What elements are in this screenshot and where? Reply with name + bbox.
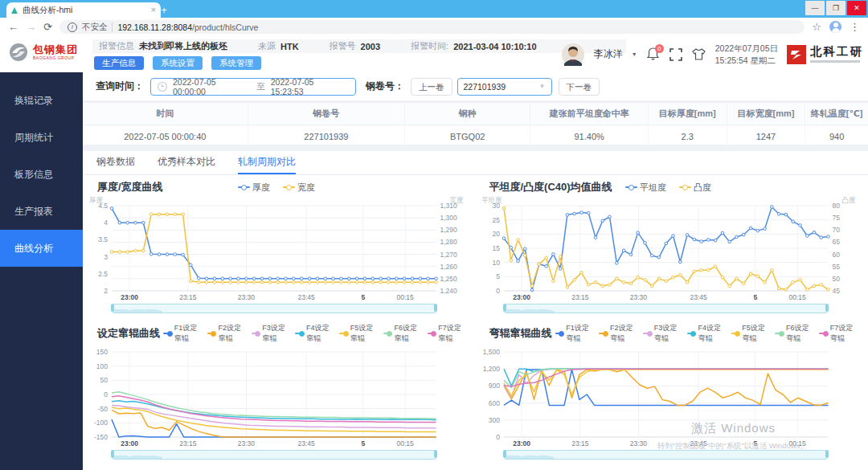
- thickness-width-plot[interactable]: 23:0023:1523:3023:45500:154.543.532.521,…: [88, 196, 465, 302]
- alarm-info-label: 报警信息: [99, 40, 134, 52]
- date-range-input[interactable]: 2022-07-05 00:00:00 至 2022-07-05 15:23:5…: [150, 78, 356, 96]
- logo-cn: 包钢集团: [33, 44, 78, 55]
- sidebar-item-roll-change-record[interactable]: 换辊记录: [0, 82, 83, 119]
- theme-shirt-icon[interactable]: [691, 47, 706, 61]
- cell-steel-grade: BTGQ02: [405, 125, 530, 148]
- series-line: [112, 410, 436, 437]
- roll-bending-plot[interactable]: 23:0023:1523:3023:45500:151,5001,2009006…: [480, 342, 858, 448]
- prev-coil-button[interactable]: 上一卷: [411, 78, 452, 96]
- svg-text:23:30: 23:30: [629, 439, 647, 448]
- svg-text:25: 25: [492, 216, 500, 224]
- svg-text:300: 300: [488, 416, 499, 424]
- datazoom-slider[interactable]: [112, 304, 436, 313]
- tab-excellent-sample-compare[interactable]: 优秀样本对比: [158, 151, 215, 174]
- table-row[interactable]: 2022-07-05 00:00:40 227101939 BTGQ02 91.…: [83, 125, 868, 148]
- svg-text:厚度: 厚度: [89, 196, 103, 204]
- user-caret-icon[interactable]: ▼: [632, 51, 637, 57]
- col-target-width: 目标宽度[mm]: [727, 103, 805, 125]
- legend-item[interactable]: F6设定窜辊: [383, 323, 421, 344]
- notification-bell[interactable]: 0: [646, 47, 661, 63]
- back-icon[interactable]: ←: [8, 22, 18, 32]
- legend-item[interactable]: F3设定窜辊: [252, 323, 289, 344]
- window-minimize-button[interactable]: —: [805, 1, 825, 15]
- beike-logo: 北科工研: [787, 45, 863, 64]
- legend-item[interactable]: F6设定弯辊: [775, 323, 813, 344]
- cell-target-thickness: 2.3: [648, 125, 727, 148]
- site-info-icon[interactable]: i: [68, 22, 77, 32]
- legend-item[interactable]: F4设定弯辊: [687, 323, 725, 344]
- date-range-separator: 至: [256, 81, 265, 92]
- baogang-logo: 包钢集团 BAOGANG GROUP: [8, 42, 78, 63]
- window-maximize-button[interactable]: ❐: [826, 1, 845, 15]
- legend-item[interactable]: F4设定窜辊: [295, 323, 333, 344]
- legend-item[interactable]: F2设定弯辊: [599, 323, 637, 344]
- new-tab-button[interactable]: +: [158, 4, 170, 17]
- tab-rolling-cycle-compare[interactable]: 轧制周期对比: [238, 151, 296, 174]
- svg-text:5: 5: [753, 293, 757, 301]
- legend-item[interactable]: F7设定窜辊: [428, 323, 465, 344]
- legend-item[interactable]: 凸度: [679, 182, 711, 194]
- legend-item[interactable]: 厚度: [238, 182, 270, 194]
- legend-item[interactable]: 平坦度: [625, 182, 666, 194]
- datazoom-slider[interactable]: [504, 304, 829, 313]
- legend-item[interactable]: F1设定弯辊: [555, 323, 593, 344]
- legend-item[interactable]: F7设定弯辊: [819, 323, 857, 344]
- sidebar-item-curve-analysis[interactable]: 曲线分析: [0, 230, 83, 267]
- legend-item[interactable]: F1设定窜辊: [163, 323, 201, 344]
- user-name[interactable]: 李冰洋: [594, 47, 623, 61]
- sidebar-item-profile-info[interactable]: 板形信息: [0, 156, 83, 193]
- browser-profile-icon[interactable]: [829, 21, 841, 33]
- tab-coil-data[interactable]: 钢卷数据: [96, 151, 135, 174]
- svg-text:50: 50: [100, 376, 108, 384]
- svg-text:平坦度: 平坦度: [481, 196, 502, 204]
- coil-table: 时间 钢卷号 钢种 建张前平坦度命中率 目标厚度[mm] 目标宽度[mm] 终轧…: [83, 103, 868, 148]
- chart-title: 设定窜辊曲线: [97, 326, 160, 341]
- browser-menu-icon[interactable]: ⋮: [850, 22, 860, 32]
- legend-item[interactable]: F2设定窜辊: [207, 323, 245, 344]
- browser-tab[interactable]: 曲线分析-hmi ×: [6, 2, 161, 18]
- svg-text:凸度: 凸度: [841, 196, 855, 204]
- datetime: 2022年07月05日 15:25:54 星期二: [715, 43, 778, 65]
- svg-text:80: 80: [832, 202, 840, 210]
- bookmark-star-icon[interactable]: ☆: [812, 22, 821, 32]
- svg-text:60: 60: [832, 251, 840, 259]
- svg-text:5: 5: [361, 293, 365, 301]
- coil-no-select[interactable]: 227101939 ▼: [457, 78, 552, 96]
- svg-text:65: 65: [832, 238, 840, 246]
- fullscreen-icon[interactable]: [669, 48, 682, 61]
- datazoom-preview: [114, 452, 162, 459]
- production-info-button[interactable]: 生产信息: [94, 56, 144, 70]
- address-bar[interactable]: i 不安全 192.168.11.28:8084/product/hlsCurv…: [59, 20, 805, 34]
- svg-text:23:30: 23:30: [238, 293, 256, 301]
- avatar[interactable]: [561, 43, 585, 67]
- alarm-source-label: 来源: [258, 40, 276, 52]
- next-coil-button[interactable]: 下一卷: [559, 78, 600, 96]
- svg-text:宽度: 宽度: [450, 196, 464, 204]
- series-line: [112, 208, 436, 278]
- date-to-value[interactable]: 2022-07-05 15:23:53: [271, 77, 349, 96]
- sidebar-item-production-report[interactable]: 生产报表: [0, 193, 83, 230]
- window-close-button[interactable]: ✕: [847, 1, 866, 15]
- tab-close-icon[interactable]: ×: [151, 6, 156, 14]
- svg-text:23:15: 23:15: [571, 439, 589, 448]
- sidebar-item-cycle-statistics[interactable]: 周期统计: [0, 119, 83, 156]
- screen: 曲线分析-hmi × + — ❐ ✕ ← → ⟳ i 不安全 192.168.1…: [0, 0, 868, 470]
- beike-logo-icon: [787, 45, 806, 64]
- legend-item[interactable]: F3设定弯辊: [643, 323, 681, 344]
- system-manage-button[interactable]: 系统管理: [211, 56, 261, 70]
- svg-text:1,250: 1,250: [440, 275, 458, 283]
- reload-icon[interactable]: ⟳: [43, 22, 52, 32]
- set-roll-shifting-plot[interactable]: 23:0023:1523:3023:45500:15150100500-50-1…: [88, 342, 465, 448]
- date-from-value[interactable]: 2022-07-05 00:00:00: [173, 77, 251, 96]
- cell-target-width: 1247: [727, 125, 805, 148]
- chart-legend: F1设定窜辊F2设定窜辊F3设定窜辊F4设定窜辊F5设定窜辊F6设定窜辊F7设定…: [163, 323, 465, 344]
- legend-item[interactable]: F5设定窜辊: [339, 323, 377, 344]
- legend-item[interactable]: 宽度: [283, 182, 315, 194]
- flatness-crown-plot[interactable]: 23:0023:1523:3023:45500:1530252015105080…: [480, 196, 858, 302]
- system-settings-button[interactable]: 系统设置: [153, 56, 203, 70]
- svg-text:23:00: 23:00: [121, 439, 138, 448]
- svg-text:0: 0: [496, 287, 500, 295]
- legend-item[interactable]: F5设定弯辊: [731, 323, 769, 344]
- forward-icon[interactable]: →: [26, 22, 36, 32]
- datazoom-slider[interactable]: [112, 450, 436, 460]
